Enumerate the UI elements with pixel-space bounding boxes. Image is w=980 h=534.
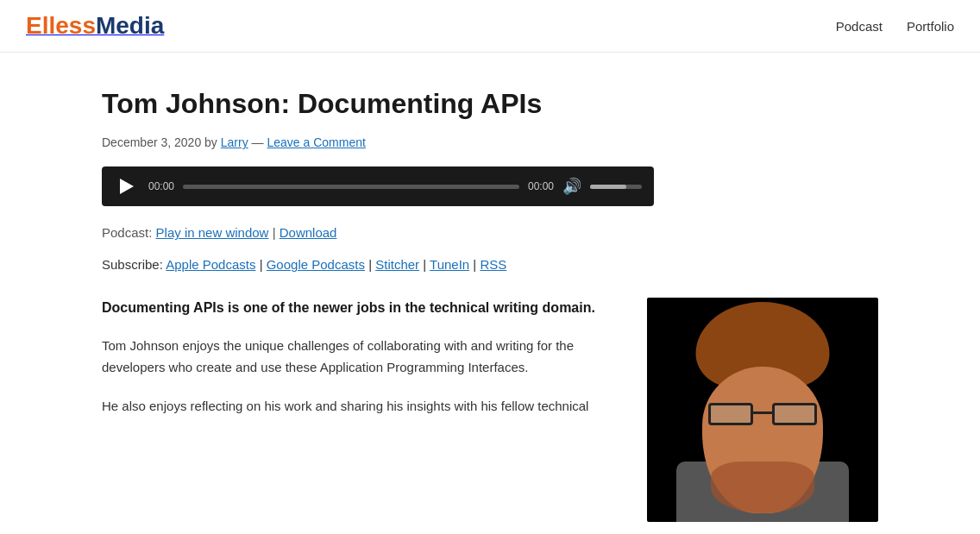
pipe-separator-1: | — [273, 225, 280, 240]
volume-fill — [590, 185, 626, 189]
glass-bridge — [751, 411, 774, 414]
site-logo[interactable]: EllessMedia — [26, 12, 164, 40]
logo-media: Media — [96, 12, 164, 39]
article-body: Documenting APIs is one of the newer job… — [102, 298, 878, 522]
post-date: December 3, 2020 — [102, 135, 201, 149]
time-start: 00:00 — [148, 180, 174, 192]
volume-slider[interactable] — [590, 185, 642, 189]
site-header: EllessMedia Podcast Portfolio — [0, 0, 980, 53]
main-content: Tom Johnson: Documenting APIs December 3… — [76, 53, 904, 534]
post-meta: December 3, 2020 by Larry — Leave a Comm… — [102, 135, 878, 149]
progress-bar[interactable] — [183, 185, 519, 189]
download-link[interactable]: Download — [280, 225, 337, 240]
podcast-label: Podcast: — [102, 225, 152, 240]
mute-button[interactable]: 🔊 — [562, 177, 581, 196]
post-separator: — — [252, 135, 267, 149]
logo-eless: Elless — [26, 12, 96, 39]
nav-podcast[interactable]: Podcast — [836, 19, 883, 34]
time-end: 00:00 — [528, 180, 554, 192]
lead-paragraph: Documenting APIs is one of the newer job… — [102, 298, 621, 318]
main-nav: Podcast Portfolio — [836, 19, 954, 34]
podcast-links: Podcast: Play in new window | Download — [102, 225, 878, 240]
play-new-window-link[interactable]: Play in new window — [156, 225, 269, 240]
subscribe-tunein[interactable]: TuneIn — [430, 257, 469, 272]
subscribe-apple[interactable]: Apple Podcasts — [166, 257, 255, 272]
sep-2: | — [368, 257, 375, 272]
portrait-face — [676, 306, 849, 522]
subscribe-stitcher[interactable]: Stitcher — [375, 257, 419, 272]
subscribe-rss[interactable]: RSS — [480, 257, 506, 272]
post-by: by — [204, 135, 217, 149]
beard — [711, 462, 814, 513]
audio-player: 00:00 00:00 🔊 — [102, 166, 654, 206]
volume-icon: 🔊 — [562, 177, 581, 196]
glass-right — [772, 403, 817, 425]
subscribe-google[interactable]: Google Podcasts — [267, 257, 365, 272]
article-title: Tom Johnson: Documenting APIs — [102, 87, 878, 120]
glasses — [707, 403, 819, 427]
play-button[interactable] — [114, 173, 140, 199]
subscribe-links: Subscribe: Apple Podcasts | Google Podca… — [102, 257, 878, 272]
sep-3: | — [423, 257, 430, 272]
author-portrait — [647, 298, 878, 522]
subscribe-label: Subscribe: — [102, 257, 163, 272]
leave-comment-link[interactable]: Leave a Comment — [267, 135, 365, 149]
sep-1: | — [260, 257, 267, 272]
nav-portfolio[interactable]: Portfolio — [907, 19, 954, 34]
body-paragraph-2: He also enjoys reflecting on his work an… — [102, 396, 621, 418]
play-icon — [120, 179, 134, 194]
post-author[interactable]: Larry — [221, 135, 248, 149]
glass-left — [708, 403, 753, 425]
article-text: Documenting APIs is one of the newer job… — [102, 298, 621, 434]
body-paragraph-1: Tom Johnson enjoys the unique challenges… — [102, 336, 621, 379]
